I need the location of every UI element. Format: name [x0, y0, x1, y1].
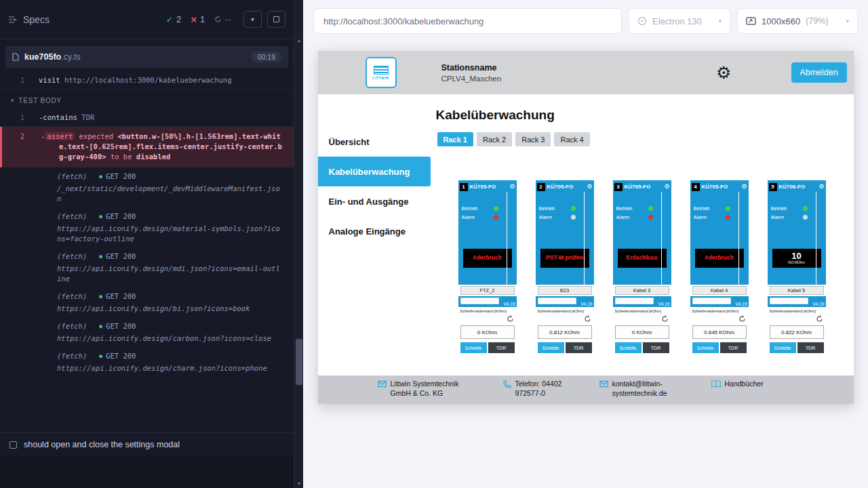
- betrieb-led: [726, 206, 730, 211]
- stat-failed: ×1: [191, 14, 205, 24]
- alarm-led: [648, 215, 653, 220]
- fetch-log-entry[interactable]: (fetch) ●GET 200 https://api.iconify.des…: [0, 317, 294, 347]
- card-title: KÜ705-FO: [547, 184, 585, 190]
- sidebar-item-analoge-eingaenge[interactable]: Analoge Eingänge: [318, 216, 431, 246]
- firmware-version: V4.19: [504, 302, 515, 306]
- resistance-value: 0 KOhm: [460, 325, 515, 339]
- test-body-section[interactable]: ▾ TEST BODY: [0, 89, 294, 109]
- sidebar-item-uebersicht[interactable]: Übersicht: [318, 127, 431, 157]
- firmware-version: V4.19: [736, 302, 747, 306]
- schleife-button[interactable]: Schleife: [538, 342, 564, 353]
- command-number: 1: [0, 113, 24, 123]
- schleife-button[interactable]: Schleife: [692, 342, 719, 353]
- resistance-label: Schleifenwiderstand [kOhm]: [692, 309, 747, 313]
- status-display: 10 ISO MOhm: [772, 249, 821, 268]
- fetch-log-entry[interactable]: (fetch) ●GET 200 https://api.iconify.des…: [0, 287, 294, 317]
- footer-manuals-link[interactable]: Handbücher: [711, 380, 764, 389]
- chevron-down-icon: ▾: [251, 16, 254, 23]
- status-display: Erdschluss: [618, 249, 667, 268]
- card-title: KÜ705-FO: [625, 184, 663, 190]
- card-gear-icon[interactable]: ⚙: [664, 184, 669, 190]
- refresh-icon[interactable]: [692, 314, 746, 325]
- tdr-button[interactable]: TDR: [797, 342, 824, 353]
- footer-phone: Telefon: 04402 972577-0: [503, 380, 576, 398]
- schleife-button[interactable]: Schleife: [460, 342, 487, 353]
- sidebar-item-ein-und-ausgaenge[interactable]: Ein- und Ausgänge: [318, 186, 431, 216]
- firmware-version: V4.19: [658, 302, 670, 306]
- tdr-button[interactable]: TDR: [566, 342, 592, 353]
- card-divider: [661, 192, 662, 285]
- alarm-led: [726, 215, 730, 220]
- scroll-up-arrow[interactable]: ▲: [294, 38, 304, 43]
- stop-icon: [273, 16, 279, 22]
- tdr-button[interactable]: TDR: [488, 342, 515, 353]
- firmware-version: V4.19: [581, 302, 593, 306]
- settings-gear-icon[interactable]: ⚙: [716, 64, 731, 81]
- app-footer: Littwin Systemtechnik GmbH & Co. KG Tele…: [318, 375, 854, 404]
- next-test-item[interactable]: should open and close the settings modal: [0, 432, 294, 456]
- cable-label: Kabel 3: [615, 286, 669, 295]
- card-gear-icon[interactable]: ⚙: [818, 184, 824, 190]
- betrieb-indicator: Betrieb: [462, 204, 498, 213]
- command-assert-failed[interactable]: 2-assert expected <button.w-[50%].h-[1.5…: [0, 127, 294, 167]
- command-visit[interactable]: 1 visit http://localhost:3000/kabelueber…: [0, 72, 294, 89]
- phone-icon: [503, 380, 511, 388]
- card-gear-icon[interactable]: ⚙: [509, 184, 515, 190]
- assert-badge: assert: [45, 132, 75, 140]
- refresh-icon[interactable]: [460, 314, 514, 325]
- tab-rack-3[interactable]: Rack 3: [515, 132, 551, 146]
- card-gear-icon[interactable]: ⚙: [587, 184, 592, 190]
- fetch-log-entry[interactable]: (fetch) ●GET 200 https://api.iconify.des…: [0, 347, 294, 377]
- collapse-button[interactable]: ▾: [243, 11, 262, 28]
- command-contains[interactable]: 1 -contains TDR: [0, 109, 294, 127]
- tab-rack-2[interactable]: Rack 2: [477, 132, 512, 146]
- runner-panel-footer-space: [0, 456, 294, 488]
- fetch-log-entry[interactable]: (fetch) ●GET 200 https://api.iconify.des…: [0, 247, 294, 287]
- card-gear-icon[interactable]: ⚙: [741, 184, 747, 190]
- specs-button[interactable]: Specs: [8, 14, 50, 25]
- card-number: 5: [769, 183, 777, 191]
- fetch-log-entry[interactable]: (fetch) ●GET 200 https://api.iconify.des…: [0, 207, 294, 247]
- refresh-icon[interactable]: [770, 314, 823, 325]
- refresh-icon[interactable]: [538, 314, 591, 325]
- x-icon: ×: [191, 14, 197, 24]
- email-icon: [599, 380, 608, 388]
- aut-stage: LITTWIN Stationsname CPLV4_Maschen ⚙ Abm…: [303, 42, 868, 488]
- tab-rack-4[interactable]: Rack 4: [554, 132, 589, 146]
- browser-selector[interactable]: Electron 130 ▾: [629, 8, 730, 34]
- stat-pending: --: [214, 14, 231, 24]
- sidebar-item-kabelueberwachung[interactable]: Kabelüberwachung: [318, 157, 431, 186]
- card-divider: [816, 192, 816, 285]
- device-card-2: 2 KÜ705-FO ⚙ Betrieb Alarm PST-M prüfen …: [536, 180, 594, 356]
- status-dot-icon: ●: [99, 321, 102, 331]
- fetch-log-entry[interactable]: (fetch) ●GET 200 /_next/static/developme…: [0, 167, 294, 207]
- refresh-icon[interactable]: [615, 314, 669, 325]
- rack-tabs: Rack 1 Rack 2 Rack 3 Rack 4: [437, 132, 854, 146]
- iso-unit: ISO MOhm: [788, 261, 805, 265]
- viewport-selector[interactable]: 1000x660 (79%) ▾: [737, 8, 858, 34]
- card-number: 3: [614, 183, 623, 191]
- schleife-button[interactable]: Schleife: [615, 342, 642, 353]
- url-input[interactable]: [313, 8, 622, 34]
- card-divider: [738, 192, 739, 285]
- alarm-led: [571, 215, 576, 220]
- app-main: Kabelüberwachung Rack 1 Rack 2 Rack 3 Ra…: [431, 94, 854, 375]
- scroll-down-arrow[interactable]: ▼: [294, 481, 304, 486]
- app-viewport: LITTWIN Stationsname CPLV4_Maschen ⚙ Abm…: [318, 51, 854, 404]
- tab-rack-1[interactable]: Rack 1: [437, 132, 473, 146]
- chevron-down-icon: ▾: [846, 18, 849, 24]
- scrollbar-thumb[interactable]: [296, 339, 302, 385]
- card-title: KÜ705-FO: [470, 184, 508, 190]
- tdr-button[interactable]: TDR: [720, 342, 747, 353]
- stop-button[interactable]: [267, 11, 285, 28]
- runner-scrollbar[interactable]: ▲ ▼: [294, 0, 303, 488]
- card-number: 1: [460, 183, 468, 191]
- resistance-label: Schleifenwiderstand [kOhm]: [770, 309, 824, 313]
- tdr-button[interactable]: TDR: [643, 342, 669, 353]
- logout-button[interactable]: Abmelden: [791, 62, 847, 83]
- status-display: PST-M prüfen: [540, 249, 589, 268]
- spec-file-bar[interactable]: kue705fo.cy.ts 00:19: [5, 46, 288, 68]
- resistance-value: 0 KOhm: [615, 325, 669, 339]
- schleife-button[interactable]: Schleife: [770, 342, 796, 353]
- alarm-led: [803, 215, 808, 220]
